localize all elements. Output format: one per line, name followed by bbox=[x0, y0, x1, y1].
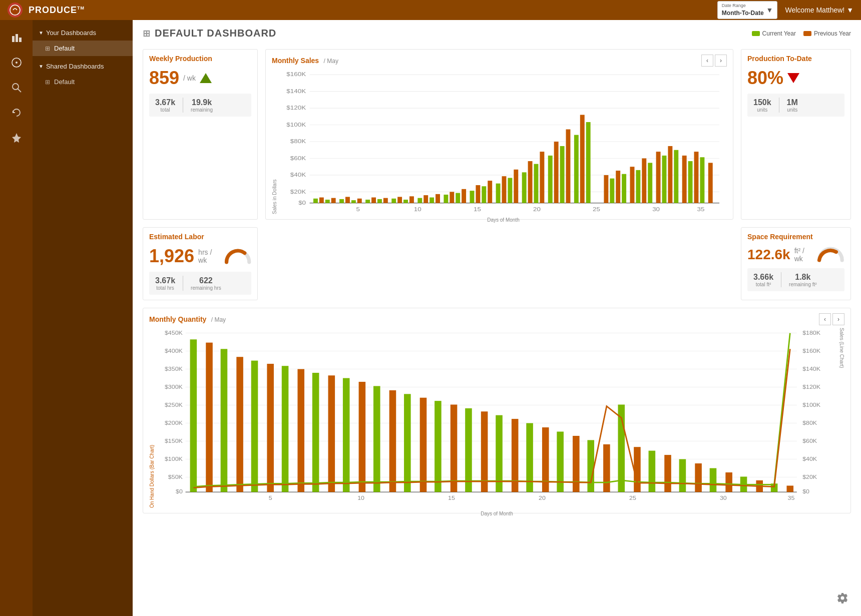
svg-rect-62 bbox=[502, 176, 507, 203]
weekly-production-unit: / wk bbox=[183, 74, 196, 82]
monthly-qty-prev[interactable]: ‹ bbox=[819, 313, 831, 325]
svg-rect-158 bbox=[725, 472, 732, 492]
labor-total-hrs-value: 3.67k bbox=[155, 276, 175, 285]
svg-rect-141 bbox=[465, 408, 472, 492]
monthly-qty-next[interactable]: › bbox=[832, 313, 844, 325]
sidebar-icon-barchart[interactable] bbox=[7, 28, 27, 48]
svg-rect-42 bbox=[371, 198, 376, 203]
date-range-selector[interactable]: Date Range Month-To-Date ▼ bbox=[717, 1, 778, 19]
weekly-remaining: 19.9k remaining bbox=[191, 98, 213, 113]
svg-text:$160K: $160K bbox=[802, 347, 820, 354]
svg-text:$50K: $50K bbox=[168, 473, 183, 480]
main-layout: ▼ Your Dashboards ⊞ Default ▼ Shared Das… bbox=[0, 20, 861, 616]
svg-rect-44 bbox=[383, 198, 388, 203]
your-dashboards-arrow: ▼ bbox=[39, 30, 44, 36]
svg-text:$120K: $120K bbox=[802, 383, 820, 390]
svg-rect-43 bbox=[377, 199, 382, 203]
svg-rect-89 bbox=[688, 161, 693, 203]
monthly-sales-panel: Monthly Sales / May ‹ › Sales in Dollars bbox=[265, 49, 733, 220]
sidebar-icon-pin[interactable] bbox=[7, 128, 27, 148]
main-content-area: ⊞ DEFAULT DASHBOARD Current Year Previou… bbox=[133, 20, 861, 616]
svg-rect-77 bbox=[610, 179, 614, 203]
svg-rect-81 bbox=[636, 170, 640, 203]
monthly-qty-subtitle: / May bbox=[211, 316, 226, 323]
labor-gauge-svg bbox=[224, 248, 251, 265]
svg-rect-76 bbox=[604, 175, 608, 203]
production-units: 150k units bbox=[753, 98, 771, 113]
svg-rect-88 bbox=[682, 156, 687, 203]
production-total-value: 1M bbox=[787, 98, 798, 107]
svg-text:10: 10 bbox=[414, 207, 421, 213]
svg-text:$80K: $80K bbox=[290, 139, 306, 145]
svg-text:15: 15 bbox=[448, 494, 455, 501]
monthly-qty-nav: ‹ › bbox=[819, 313, 844, 325]
dashboard-title-text: DEFAULT DASHBOARD bbox=[155, 28, 276, 39]
estimated-labor-metric: 1,926 hrs / wk bbox=[143, 243, 257, 269]
dashboard-header: ⊞ DEFAULT DASHBOARD Current Year Previou… bbox=[143, 28, 851, 39]
weekly-production-panel: Weekly Production 859 / wk 3.67k total 1… bbox=[143, 49, 258, 220]
monthly-sales-prev[interactable]: ‹ bbox=[701, 55, 713, 67]
nav-right: Date Range Month-To-Date ▼ Welcome Matth… bbox=[717, 1, 853, 19]
svg-rect-70 bbox=[554, 142, 559, 203]
svg-rect-49 bbox=[417, 198, 422, 203]
production-to-date-metrics: 150k units 1M units bbox=[747, 94, 844, 117]
nav-item-default-2[interactable]: ⊞ Default bbox=[33, 74, 133, 90]
monthly-sales-nav: ‹ › bbox=[701, 55, 727, 67]
svg-text:$100K: $100K bbox=[802, 401, 820, 408]
svg-rect-79 bbox=[622, 174, 626, 203]
svg-rect-75 bbox=[586, 122, 591, 203]
svg-rect-133 bbox=[343, 378, 350, 492]
svg-rect-52 bbox=[436, 194, 440, 203]
svg-rect-51 bbox=[429, 198, 434, 203]
svg-rect-45 bbox=[391, 199, 396, 203]
space-requirement-panel: Space Requirement 122.6k ft² / wk 3.66k … bbox=[741, 227, 851, 300]
production-total-label: units bbox=[787, 107, 798, 113]
nav-item-default-1[interactable]: ⊞ Default bbox=[33, 41, 133, 56]
labor-remaining-hrs: 622 remaining hrs bbox=[191, 276, 221, 291]
sidebar-icon-compass[interactable] bbox=[7, 53, 27, 73]
svg-rect-38 bbox=[345, 197, 350, 203]
svg-text:$20K: $20K bbox=[290, 189, 306, 195]
nav-left: PRODUCETM bbox=[8, 3, 85, 18]
svg-rect-80 bbox=[630, 167, 635, 203]
sidebar-icon-refresh[interactable] bbox=[7, 103, 27, 123]
svg-text:5: 5 bbox=[269, 494, 272, 501]
monthly-sales-header: Monthly Sales / May ‹ › bbox=[266, 50, 733, 69]
svg-rect-123 bbox=[190, 339, 197, 492]
space-requirement-metrics: 3.66k total ft² 1.8k remaining ft² bbox=[747, 268, 844, 291]
svg-point-0 bbox=[10, 5, 20, 15]
estimated-labor-metrics: 3.67k total hrs 622 remaining hrs bbox=[149, 272, 251, 295]
monthly-qty-chart-area: On Hand Dollars (Bar Chart) bbox=[143, 328, 850, 513]
monthly-sales-next[interactable]: › bbox=[715, 55, 727, 67]
svg-rect-72 bbox=[566, 129, 571, 203]
svg-text:20: 20 bbox=[539, 494, 546, 501]
space-remaining: 1.8k remaining ft² bbox=[789, 273, 817, 287]
chart-legend: Current Year Previous Year bbox=[752, 30, 851, 37]
sidebar-icon-search[interactable] bbox=[7, 78, 27, 98]
svg-rect-139 bbox=[435, 401, 442, 492]
your-dashboards-section: ▼ Your Dashboards ⊞ Default bbox=[33, 25, 133, 56]
svg-text:$80K: $80K bbox=[802, 419, 817, 426]
svg-text:$180K: $180K bbox=[802, 329, 820, 336]
monthly-qty-svg: $450K $400K $350K $300K $250K $200K $150… bbox=[157, 328, 836, 508]
svg-text:$40K: $40K bbox=[802, 455, 817, 462]
app-logo bbox=[8, 3, 23, 18]
gear-icon[interactable] bbox=[836, 592, 848, 604]
welcome-text: Welcome Matthew! ▼ bbox=[785, 6, 853, 14]
production-total: 1M units bbox=[787, 98, 798, 113]
legend-current-color bbox=[752, 31, 760, 36]
svg-rect-34 bbox=[319, 198, 324, 203]
shared-dashboards-header[interactable]: ▼ Shared Dashboards bbox=[33, 59, 133, 74]
svg-rect-127 bbox=[251, 361, 258, 492]
grid-icon-1: ⊞ bbox=[45, 45, 50, 52]
legend-current-year: Current Year bbox=[752, 30, 796, 37]
your-dashboards-header[interactable]: ▼ Your Dashboards bbox=[33, 25, 133, 41]
svg-text:$160K: $160K bbox=[286, 72, 306, 78]
middle-spacer bbox=[265, 227, 733, 300]
labor-total-hrs: 3.67k total hrs bbox=[155, 276, 175, 291]
svg-text:$120K: $120K bbox=[286, 105, 306, 111]
svg-text:$140K: $140K bbox=[286, 89, 306, 95]
labor-remaining-hrs-label: remaining hrs bbox=[191, 285, 221, 291]
svg-text:$150K: $150K bbox=[165, 437, 183, 444]
date-range-dropdown-icon: ▼ bbox=[766, 6, 773, 14]
